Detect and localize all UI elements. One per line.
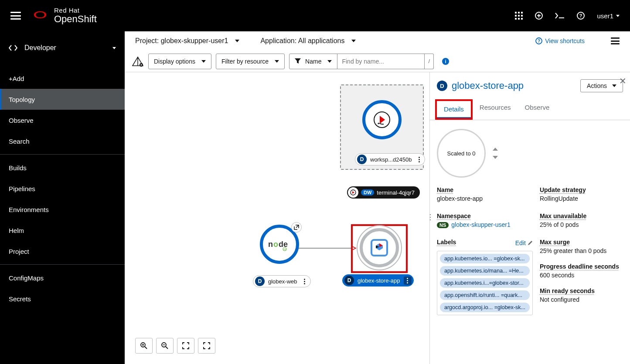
info-icon[interactable]: i — [442, 57, 450, 65]
zoom-in-button[interactable] — [135, 338, 153, 354]
label-chip[interactable]: argocd.argoproj.io... =globex-sk... — [440, 303, 530, 312]
application-selector[interactable]: Application: All applications — [260, 37, 356, 45]
workspace-node[interactable] — [362, 100, 402, 139]
edit-labels-button[interactable]: Edit — [515, 239, 533, 246]
deployment-badge: D — [437, 81, 447, 91]
scale-up-button[interactable] — [493, 148, 498, 151]
filter-resource-button[interactable]: Filter by resource — [216, 54, 285, 69]
pod-count-ring: Scaled to 0 — [437, 129, 486, 178]
nav-item-environments[interactable]: Environments — [0, 199, 125, 220]
label-chip[interactable]: app.kubernetes.io... =globex-sk... — [440, 254, 530, 263]
logo[interactable]: Red Hat OpenShift — [31, 7, 97, 25]
help-icon[interactable]: ? — [577, 12, 585, 20]
nav-item-helm[interactable]: Helm — [0, 220, 125, 241]
deployment-badge: D — [357, 155, 367, 164]
svg-marker-33 — [379, 243, 383, 247]
project-label: Project: globex-skupper-user1 — [135, 37, 228, 45]
svg-marker-34 — [376, 246, 379, 248]
masthead: Red Hat OpenShift ? user1 — [0, 0, 630, 31]
svg-line-40 — [166, 347, 168, 349]
kebab-icon[interactable] — [301, 279, 309, 284]
caret-down-icon — [612, 84, 616, 87]
caret-down-icon — [327, 60, 332, 63]
label-chip[interactable]: app.kubernetes.io/mana... =He... — [440, 266, 530, 276]
nodejs-icon: nodeJS — [267, 237, 292, 251]
detail-labels: Labels Edit app.kubernetes.io... =globex… — [437, 239, 533, 315]
workspace-group[interactable]: D worksp...d2450b — [340, 84, 424, 170]
tab-resources[interactable]: Resources — [473, 99, 518, 120]
name-filter-button[interactable]: Name — [289, 54, 337, 69]
detail-namespace: Namespace NSglobex-skupper-user1 — [437, 212, 533, 228]
topology-view-icon[interactable] — [132, 56, 144, 67]
import-icon[interactable] — [535, 12, 543, 20]
fit-button[interactable] — [177, 338, 194, 354]
application-label: Application: All applications — [260, 37, 344, 45]
list-view-icon[interactable] — [611, 37, 620, 44]
devworkspace-avatar-icon — [348, 187, 358, 198]
topology-canvas[interactable]: D worksp...d2450b DW terminal-4qjqr7 nod… — [125, 72, 630, 364]
actions-dropdown[interactable]: Actions — [580, 79, 623, 92]
svg-marker-32 — [376, 243, 383, 250]
perspective-switcher[interactable]: Developer — [0, 31, 125, 64]
zoom-out-button[interactable] — [156, 338, 174, 354]
close-panel-button[interactable]: ✕ — [619, 76, 627, 86]
project-selector[interactable]: Project: globex-skupper-user1 — [135, 37, 239, 45]
kebab-icon[interactable] — [404, 276, 412, 285]
scale-down-button[interactable] — [493, 156, 498, 159]
label-chip[interactable]: app.openshift.io/runti... =quark... — [440, 290, 530, 300]
resize-handle[interactable] — [429, 214, 431, 220]
svg-rect-0 — [515, 12, 517, 13]
nav-item-observe[interactable]: Observe — [0, 110, 125, 131]
find-input[interactable] — [337, 54, 425, 69]
nav-item-configmaps[interactable]: ConfigMaps — [0, 267, 125, 288]
nav-item-topology[interactable]: Topology — [0, 89, 125, 110]
zoom-controls — [135, 338, 215, 354]
globex-store-node[interactable] — [360, 228, 399, 267]
pencil-icon — [528, 240, 533, 246]
pod-ring: Scaled to 0 — [437, 129, 623, 178]
detail-right-col: Max surge 25% greater than 0 pods Progre… — [540, 239, 623, 315]
user-menu[interactable]: user1 — [597, 12, 620, 20]
panel-title[interactable]: globex-store-app — [452, 80, 576, 91]
help-icon: ? — [535, 37, 542, 44]
svg-text:?: ? — [579, 13, 582, 18]
nav-item-pipelines[interactable]: Pipelines — [0, 178, 125, 199]
terminal-icon[interactable] — [555, 13, 565, 19]
svg-text:i: i — [445, 59, 446, 64]
kebab-icon[interactable] — [415, 157, 423, 162]
detail-update-strategy: Update strategy RollingUpdate — [540, 186, 623, 202]
workspace-label[interactable]: D worksp...d2450b — [355, 153, 425, 165]
product-text: OpenShift — [54, 14, 97, 24]
label-chip[interactable]: app.kubernetes.i...=globex-stor... — [440, 278, 530, 288]
apps-icon[interactable] — [515, 12, 523, 20]
filter-icon — [295, 58, 301, 64]
detail-name: Name globex-store-app — [437, 186, 533, 202]
nav-item-builds[interactable]: Builds — [0, 157, 125, 178]
caret-down-icon — [235, 40, 239, 42]
caret-down-icon — [112, 47, 116, 49]
nav-item-project[interactable]: Project — [0, 241, 125, 262]
nav-item-search[interactable]: Search — [0, 131, 125, 152]
tab-details[interactable]: Details — [437, 101, 471, 118]
open-url-decorator-icon[interactable] — [291, 222, 302, 233]
globex-store-label[interactable]: D globex-store-app — [342, 274, 414, 286]
nav-item-secrets[interactable]: Secrets — [0, 288, 125, 309]
display-options-button[interactable]: Display options — [148, 54, 211, 69]
project-bar: Project: globex-skupper-user1 Applicatio… — [125, 31, 630, 51]
quarkus-icon — [370, 238, 389, 257]
nav-toggle-button[interactable] — [10, 12, 21, 20]
globex-web-node[interactable]: nodeJS — [260, 225, 299, 264]
tab-observe[interactable]: Observe — [518, 99, 557, 120]
perspective-label: Developer — [24, 44, 106, 52]
view-shortcuts-link[interactable]: ? View shortcuts — [535, 37, 585, 44]
deployment-badge: D — [255, 276, 265, 286]
terminal-workspace-pill[interactable]: DW terminal-4qjqr7 — [347, 186, 420, 199]
toolbar: Display options Filter by resource Name … — [125, 51, 630, 72]
namespace-link[interactable]: globex-skupper-user1 — [451, 221, 510, 228]
svg-rect-5 — [521, 15, 523, 17]
globex-web-label[interactable]: D globex-web — [253, 275, 311, 287]
svg-text:?: ? — [538, 39, 540, 44]
nav-item-add[interactable]: +Add — [0, 68, 125, 89]
svg-text:n: n — [268, 240, 273, 249]
reset-view-button[interactable] — [198, 338, 215, 354]
